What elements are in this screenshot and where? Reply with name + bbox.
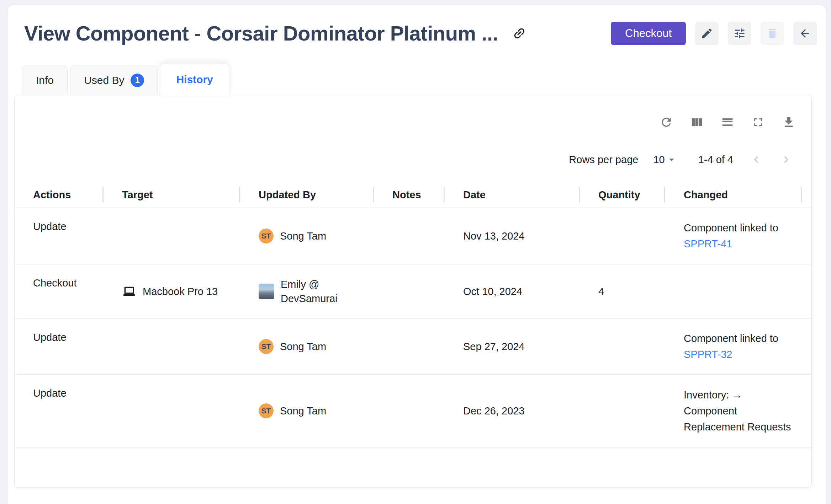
rows-per-page-value: 10 [653,154,665,166]
column-header-label: Notes [392,189,421,201]
table-row: Update ST Song Tam Sep 27, 2024 Componen… [15,319,811,375]
settings-button[interactable] [728,22,751,45]
back-button[interactable] [793,22,817,45]
changed-text: Inventory: → Component Replacement Reque… [684,389,791,433]
next-page-button[interactable] [779,153,793,166]
export-download-button[interactable] [782,115,796,129]
chevron-left-icon [750,153,763,166]
date-text: Sep 27, 2024 [463,341,525,353]
link-icon [512,26,526,41]
dropdown-caret-icon [666,154,678,166]
laptop-icon [122,284,136,299]
page: { "header": { "title": "View Component -… [0,0,831,504]
column-header-label: Target [122,189,153,201]
density-icon [721,116,734,129]
column-header-updated-by[interactable]: Updated By [240,182,374,208]
action-label: Update [33,221,67,232]
tab-info-label: Info [36,74,54,86]
user-name: Emily @ DevSamurai [281,277,347,306]
pagination-bar: Rows per page 10 1-4 of 4 [15,129,811,182]
tune-sliders-icon [733,27,746,40]
action-label: Update [33,332,67,343]
pencil-icon [700,27,713,40]
avatar: ST [259,339,274,354]
quantity-cell: 4 [580,286,665,297]
updated-by-cell: ST Song Tam [240,339,374,354]
target-name: Macbook Pro 13 [143,286,218,297]
columns-button[interactable] [690,115,704,129]
column-header-notes[interactable]: Notes [374,182,445,208]
tab-history[interactable]: History [160,64,228,96]
user-name: Song Tam [280,339,326,354]
date-text: Dec 26, 2023 [463,405,525,417]
avatar: ST [259,403,274,418]
fullscreen-icon [751,116,765,129]
table-toolbar [15,95,811,129]
target-cell: Macbook Pro 13 [104,284,240,299]
action-cell: Update [15,208,104,264]
user-name: Song Tam [280,404,326,418]
edit-button[interactable] [695,22,719,45]
tab-info[interactable]: Info [22,65,68,95]
updated-by-cell: ST Song Tam [240,403,374,418]
date-cell: Dec 26, 2023 [445,405,580,417]
previous-page-button[interactable] [750,153,763,166]
header-actions: Checkout [611,22,817,45]
changed-text: Component linked to [684,222,778,234]
history-table-card: Rows per page 10 1-4 of 4 Actions [14,95,812,488]
changed-text: Component linked to [684,333,778,344]
fullscreen-button[interactable] [751,115,765,129]
column-header-changed[interactable]: Changed [665,182,802,208]
page-card: View Component - Corsair Dominator Plati… [8,5,826,504]
column-header-date[interactable]: Date [445,182,580,208]
delete-button[interactable] [761,22,784,45]
date-text: Oct 10, 2024 [463,286,522,297]
rows-per-page-select[interactable]: 10 [653,154,677,166]
changed-cell: Component linked to SPPRT-32 [665,331,802,363]
arrow-back-icon [799,27,811,40]
column-header-target[interactable]: Target [104,182,240,208]
copy-link-button[interactable] [512,26,526,41]
action-cell: Update [15,319,104,374]
column-header-label: Changed [684,189,728,201]
used-by-count-badge: 1 [131,74,144,87]
page-range-label: 1-4 of 4 [698,154,733,166]
date-cell: Sep 27, 2024 [445,341,580,353]
column-header-label: Date [463,189,486,201]
tab-history-label: History [176,74,213,86]
user-name: Song Tam [280,229,326,243]
refresh-icon [660,116,673,129]
action-cell: Update [15,375,104,447]
tab-used-by-label: Used By [84,74,124,86]
columns-icon [690,116,704,129]
page-title: View Component - Corsair Dominator Plati… [24,21,498,45]
column-header-label: Quantity [598,189,640,201]
column-header-actions[interactable]: Actions [15,182,104,208]
chevron-right-icon [779,153,793,166]
download-icon [782,116,795,129]
action-cell: Checkout [15,264,104,318]
table-row: Update ST Song Tam Nov 13, 2024 Componen… [15,208,811,264]
tab-used-by[interactable]: Used By 1 [70,65,158,95]
refresh-button[interactable] [659,115,673,129]
avatar-photo [259,284,274,299]
quantity-text: 4 [598,286,604,297]
column-header-quantity[interactable]: Quantity [580,182,665,208]
changed-cell: Component linked to SPPRT-41 [665,220,802,252]
rows-per-page-label: Rows per page [569,154,638,166]
checkout-button[interactable]: Checkout [611,22,686,45]
changed-link[interactable]: SPPRT-32 [684,349,732,360]
avatar: ST [259,229,274,243]
density-button[interactable] [720,115,735,129]
table-footer-spacer [15,447,811,487]
changed-link[interactable]: SPPRT-41 [684,238,732,250]
table-header-row: Actions Target Updated By Notes Date Qua… [15,182,811,208]
table-row: Checkout Macbook Pro 13 Emily @ DevSamur… [15,264,811,319]
trash-icon [766,27,779,40]
updated-by-cell: Emily @ DevSamurai [240,277,374,306]
column-header-label: Updated By [259,189,316,201]
action-label: Update [33,387,67,399]
table-row: Update ST Song Tam Dec 26, 2023 Inventor… [15,375,811,447]
action-label: Checkout [33,277,77,289]
date-cell: Oct 10, 2024 [445,286,580,297]
